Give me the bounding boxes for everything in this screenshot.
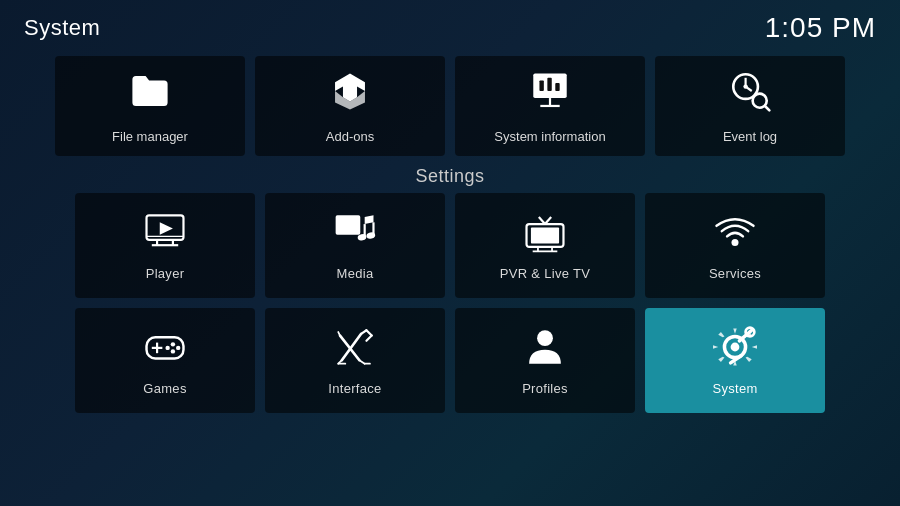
svg-marker-13	[160, 222, 173, 234]
media-icon	[333, 210, 377, 258]
app-title: System	[24, 15, 100, 41]
media-tile[interactable]: Media	[265, 193, 445, 298]
svg-point-9	[743, 84, 747, 88]
add-ons-label: Add-ons	[326, 129, 374, 144]
file-manager-label: File manager	[112, 129, 188, 144]
services-label: Services	[709, 266, 761, 281]
svg-line-44	[366, 330, 371, 335]
svg-point-20	[338, 219, 343, 224]
games-tile[interactable]: Games	[75, 308, 255, 413]
settings-label: Settings	[0, 156, 900, 193]
svg-point-50	[537, 330, 553, 346]
svg-point-38	[171, 349, 175, 353]
pvr-live-tv-tile[interactable]: PVR & Live TV	[455, 193, 635, 298]
clock: 1:05 PM	[765, 12, 876, 44]
file-manager-icon	[128, 69, 172, 121]
svg-rect-3	[539, 80, 543, 91]
services-icon	[713, 210, 757, 258]
svg-rect-4	[547, 77, 551, 90]
add-ons-icon	[328, 69, 372, 121]
file-manager-tile[interactable]: File manager	[55, 56, 245, 156]
svg-point-36	[171, 342, 175, 346]
player-tile[interactable]: Player	[75, 193, 255, 298]
settings-row-1: Player Media	[0, 193, 900, 298]
svg-line-11	[765, 105, 769, 109]
player-icon	[143, 210, 187, 258]
pvr-live-tv-icon	[523, 210, 567, 258]
svg-point-32	[731, 239, 738, 246]
event-log-tile[interactable]: Event log	[655, 56, 845, 156]
system-icon	[713, 325, 757, 373]
svg-rect-5	[555, 83, 559, 91]
svg-line-40	[342, 334, 361, 360]
add-ons-tile[interactable]: Add-ons	[255, 56, 445, 156]
profiles-label: Profiles	[522, 381, 568, 396]
interface-icon	[333, 325, 377, 373]
media-label: Media	[337, 266, 374, 281]
interface-label: Interface	[328, 381, 381, 396]
profiles-icon	[523, 325, 567, 373]
system-information-tile[interactable]: System information	[455, 56, 645, 156]
system-label: System	[712, 381, 757, 396]
games-label: Games	[143, 381, 186, 396]
svg-rect-28	[531, 228, 559, 244]
event-log-label: Event log	[723, 129, 777, 144]
profiles-tile[interactable]: Profiles	[455, 308, 635, 413]
settings-row-2: Games Interface	[0, 308, 900, 413]
svg-line-47	[359, 360, 364, 364]
system-information-label: System information	[494, 129, 605, 144]
svg-point-37	[176, 346, 180, 350]
svg-point-52	[731, 343, 740, 352]
player-label: Player	[146, 266, 185, 281]
svg-point-39	[165, 346, 169, 350]
system-tile[interactable]: System	[645, 308, 825, 413]
top-row: File manager Add-ons System information	[0, 52, 900, 156]
pvr-live-tv-label: PVR & Live TV	[500, 266, 590, 281]
svg-line-49	[338, 332, 340, 336]
svg-line-45	[366, 336, 371, 341]
system-information-icon	[528, 69, 572, 121]
interface-tile[interactable]: Interface	[265, 308, 445, 413]
event-log-icon	[728, 69, 772, 121]
games-icon	[143, 325, 187, 373]
services-tile[interactable]: Services	[645, 193, 825, 298]
